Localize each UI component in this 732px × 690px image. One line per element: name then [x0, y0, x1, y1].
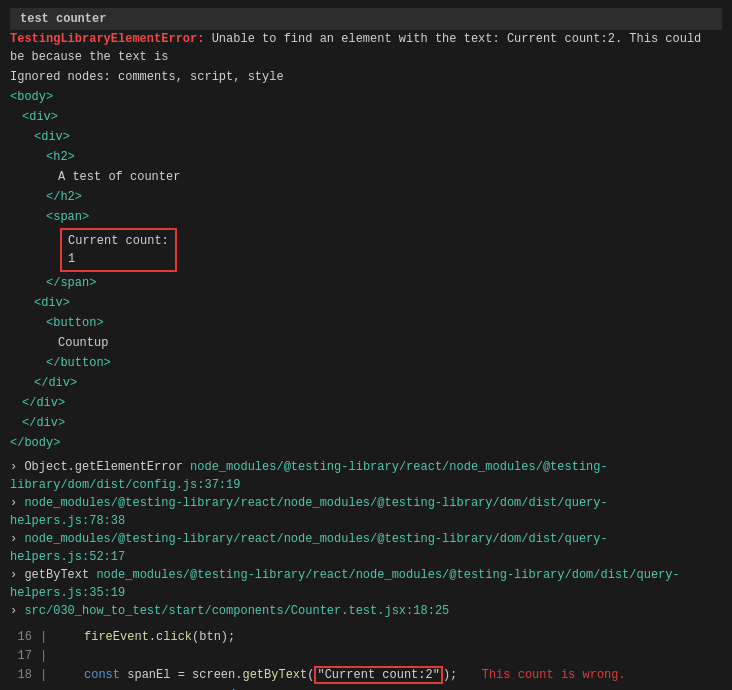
- stack-text-3: getByText: [24, 568, 96, 582]
- dom-div2-open: <div>: [10, 128, 722, 146]
- stack-lineno-1: 78:38: [89, 514, 125, 528]
- stack-trace: › Object.getElementError node_modules/@t…: [10, 458, 722, 620]
- dom-div1-open: <div>: [10, 108, 722, 126]
- dom-tree: <body> <div> <div> <h2> A test of counte…: [10, 88, 722, 452]
- dom-span-open: <span>: [10, 208, 722, 226]
- dom-body-close: </body>: [10, 434, 722, 452]
- arrow-2: ›: [10, 532, 17, 546]
- dom-button-open: <button>: [10, 314, 722, 332]
- code-content-18: const spanEl = screen.getByText("Current…: [55, 666, 626, 685]
- pipe-18: |: [40, 666, 55, 685]
- dom-div2-close: </div>: [10, 394, 722, 412]
- stack-lineno-4: 18:25: [413, 604, 449, 618]
- dom-div3-open: <div>: [10, 294, 722, 312]
- ignored-nodes-line: Ignored nodes: comments, script, style: [10, 70, 722, 84]
- dom-h2-close: </h2>: [10, 188, 722, 206]
- dom-span-highlighted: Current count: 1: [10, 228, 722, 272]
- pipe-17: |: [40, 647, 55, 666]
- highlighted-count-box: Current count: 1: [60, 228, 177, 272]
- test-title: test counter: [10, 8, 722, 30]
- stack-line-1[interactable]: › node_modules/@testing-library/react/no…: [10, 494, 722, 530]
- caret-indicator: ^: [48, 686, 237, 690]
- dom-div1-close: </div>: [10, 414, 722, 432]
- pipe-16: |: [40, 628, 55, 647]
- code-content-16: fireEvent.click(btn);: [55, 628, 235, 647]
- code-line-16: 16 | fireEvent.click(btn);: [10, 628, 722, 647]
- code-line-18: 18 | const spanEl = screen.getByText("Cu…: [10, 666, 722, 685]
- arrow-0: ›: [10, 460, 17, 474]
- arrow-3: ›: [10, 568, 17, 582]
- dom-body-open: <body>: [10, 88, 722, 106]
- annotation-18: This count is wrong.: [482, 668, 626, 682]
- line-num-16: 16: [10, 628, 40, 647]
- terminal-output: test counter TestingLibraryElementError:…: [0, 0, 732, 690]
- dom-span-close: </span>: [10, 274, 722, 292]
- line-num-17: 17: [10, 647, 40, 666]
- dom-h2-open: <h2>: [10, 148, 722, 166]
- dom-div3-close: </div>: [10, 374, 722, 392]
- arrow-1: ›: [10, 496, 17, 510]
- stack-path-4: src/030_how_to_test/start/components/Cou…: [24, 604, 413, 618]
- dom-h2-text: A test of counter: [10, 168, 722, 186]
- code-line-17: 17 |: [10, 647, 722, 666]
- line-num-18: 18: [10, 666, 40, 685]
- caret-line: ^: [10, 686, 722, 690]
- stack-lineno-0: 37:19: [204, 478, 240, 492]
- code-section: 16 | fireEvent.click(btn); 17 | 18 | con…: [10, 628, 722, 690]
- arrow-4: ›: [10, 604, 17, 618]
- dom-button-close: </button>: [10, 354, 722, 372]
- stack-line-4[interactable]: › src/030_how_to_test/start/components/C…: [10, 602, 722, 620]
- dom-button-text: Countup: [10, 334, 722, 352]
- stack-lineno-2: 52:17: [89, 550, 125, 564]
- stack-line-0[interactable]: › Object.getElementError node_modules/@t…: [10, 458, 722, 494]
- error-line: TestingLibraryElementError: Unable to fi…: [10, 30, 722, 66]
- stack-line-3[interactable]: › getByText node_modules/@testing-librar…: [10, 566, 722, 602]
- stack-line-2[interactable]: › node_modules/@testing-library/react/no…: [10, 530, 722, 566]
- error-keyword: TestingLibraryElementError:: [10, 32, 204, 46]
- stack-text-0: Object.getElementError: [24, 460, 190, 474]
- stack-lineno-3: 35:19: [89, 586, 125, 600]
